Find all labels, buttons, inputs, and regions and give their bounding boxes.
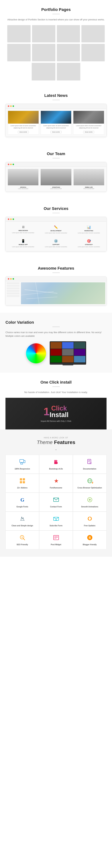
svg-text:G: G xyxy=(20,497,24,503)
services-browser-content: 🖥 WEB DESIGN Lorem ipsum dolor sit amet … xyxy=(6,222,106,251)
bootstrap-icon xyxy=(41,459,71,466)
svg-rect-12 xyxy=(20,478,22,480)
browser-dot-red xyxy=(8,105,9,107)
feature-cell-bootstrap: Bootstrap v4.0x xyxy=(39,455,73,474)
svg-rect-5 xyxy=(21,463,23,464)
feature-label-seofriendly: SEO Friendly xyxy=(7,544,37,546)
svg-rect-4 xyxy=(20,460,24,462)
feature-cell-postwidget: Post Widget xyxy=(39,530,73,550)
team-divider xyxy=(52,158,60,158)
responsive-icon xyxy=(7,459,37,466)
news-btn-2[interactable]: READ MORE xyxy=(51,131,61,133)
svg-rect-14 xyxy=(20,481,22,483)
feature-label-documentation: Documentation xyxy=(75,468,105,470)
laptop-screen-content xyxy=(51,342,85,363)
feature-cell-documentation: Documentation xyxy=(73,455,107,474)
have-a-look-label: HAVE A MORE LOOK OF xyxy=(5,437,107,439)
color-subtitle: Choice varies man to man and even you ma… xyxy=(5,331,107,338)
feature-label-subscribeform: Subcribe Form xyxy=(41,525,71,527)
services-browser-mockup: 🖥 WEB DESIGN Lorem ipsum dolor sit amet … xyxy=(5,217,107,252)
service-title-5: SUPPORT xyxy=(41,244,71,245)
news-btn-3[interactable]: READ MORE xyxy=(83,131,94,133)
browser-dot-red xyxy=(8,164,9,165)
team-photo-3 xyxy=(74,169,104,185)
news-divider xyxy=(52,100,60,100)
svg-line-2 xyxy=(35,282,39,304)
portfolio-item xyxy=(57,25,80,42)
laptop-screen xyxy=(50,341,86,363)
screen-tile-2 xyxy=(62,342,74,349)
awesome-features-section: Awesome Features xyxy=(0,259,112,313)
team-title: Our Team xyxy=(5,152,107,156)
team-photo-2 xyxy=(40,169,71,185)
service-icon-4: 📱 xyxy=(8,239,38,243)
seofriendly-icon: S xyxy=(7,534,37,542)
feature-label-fontawesome: FontAwesome xyxy=(41,487,71,489)
portfolio-divider xyxy=(52,14,60,14)
team-photo-1 xyxy=(8,169,38,185)
color-display xyxy=(5,341,107,365)
our-team-section: Our Team JESSICA LEAD DESIGNER JONATHAN … xyxy=(0,144,112,199)
feature-label-crossbrowser: Cross Browser Optimization xyxy=(75,487,105,489)
screen-tile-5 xyxy=(62,349,74,355)
theme-features-section: HAVE A MORE LOOK OF Theme Features ⌄ 100… xyxy=(0,429,112,557)
subscribeform-icon xyxy=(41,516,71,523)
service-title-6: STRATEGY xyxy=(74,244,104,245)
fontawesome-icon: ★ xyxy=(41,477,71,485)
portfolio-subtitle: Attractive design of Portfolio Section i… xyxy=(7,18,105,22)
portfolio-grid-row1 xyxy=(7,25,105,42)
feature-label-freeupdates: Free Updates xyxy=(75,525,105,527)
crossbrowser-icon: 🔥 xyxy=(75,477,105,485)
feature-cell-cleansimple: Clean and Simple design xyxy=(5,512,39,530)
postwidget-icon xyxy=(41,534,71,542)
svg-rect-32 xyxy=(54,535,59,540)
service-title-2: DEVELOPMENT xyxy=(41,230,71,231)
portfolio-item xyxy=(32,63,55,81)
team-member-2: JONATHAN LEAD DEVELOPER xyxy=(40,169,71,189)
svg-line-0 xyxy=(25,290,57,293)
documentation-icon xyxy=(75,459,105,466)
news-btn-1[interactable]: READ MORE xyxy=(18,131,29,133)
sidebar-item-bar xyxy=(7,292,20,294)
feature-cell-googlefonts: G Google Fonts xyxy=(5,493,39,512)
browser-bar xyxy=(6,104,106,108)
one-click-section: One Click install No hassle of installat… xyxy=(0,373,112,429)
service-desc-1: Lorem ipsum dolor sit amet consectetur xyxy=(8,232,38,234)
team-browser-mockup: JESSICA LEAD DESIGNER JONATHAN LEAD DEVE… xyxy=(5,162,107,192)
team-role-1: LEAD DESIGNER xyxy=(8,188,38,189)
news-browser-mockup: Lorem ipsum dolor sit amet consectetur a… xyxy=(5,104,107,137)
news-image-3 xyxy=(74,111,104,124)
news-desc-3: Lorem ipsum dolor sit amet consectetur a… xyxy=(75,125,103,129)
latest-news-section: Latest News Lorem ipsum dolor sit amet c… xyxy=(0,86,112,144)
feature-cell-freeupdates: Free Updates xyxy=(73,512,107,530)
portfolio-item xyxy=(57,44,80,61)
addons-icon xyxy=(7,477,37,485)
feature-label-postwidget: Post Widget xyxy=(41,544,71,546)
features-divider xyxy=(52,273,60,273)
feature-label-googlefonts: Google Fonts xyxy=(7,506,37,508)
news-text-3: Lorem ipsum dolor sit amet consectetur a… xyxy=(74,124,104,130)
service-item-4: 📱 MOBILE APP Lorem ipsum dolor sit amet … xyxy=(8,238,38,249)
feature-cell-fontawesome: ★ FontAwesome xyxy=(39,474,73,493)
service-item-1: 🖥 WEB DESIGN Lorem ipsum dolor sit amet … xyxy=(8,224,38,236)
screen-tile-8 xyxy=(62,356,74,363)
service-item-5: ⚙️ SUPPORT Lorem ipsum dolor sit amet co… xyxy=(40,238,71,249)
news-desc-1: Lorem ipsum dolor sit amet consectetur a… xyxy=(9,125,37,129)
browser-dot-yellow xyxy=(10,105,12,107)
theme-features-title-italic: Theme xyxy=(37,439,54,445)
services-browser-bar xyxy=(6,217,106,222)
feature-cell-contactform: Contact Form xyxy=(39,493,73,512)
service-icon-6: 🎯 xyxy=(74,239,104,243)
service-title-1: WEB DESIGN xyxy=(8,230,38,231)
portfolio-item xyxy=(32,44,55,61)
services-title: Our Services xyxy=(5,206,107,211)
news-text-2: Lorem ipsum dolor sit amet consectetur a… xyxy=(41,124,72,130)
bloggerfriendly-icon: B xyxy=(75,534,105,542)
browser-dot-yellow xyxy=(10,278,12,280)
theme-features-title-bold: Features xyxy=(54,439,75,445)
contactform-icon xyxy=(41,496,71,504)
oneclick-text-block: Click Install xyxy=(50,405,68,418)
portfolio-grid-row3 xyxy=(32,63,81,81)
oneclick-divider xyxy=(52,386,60,387)
theme-features-title: Theme Features xyxy=(5,439,107,445)
